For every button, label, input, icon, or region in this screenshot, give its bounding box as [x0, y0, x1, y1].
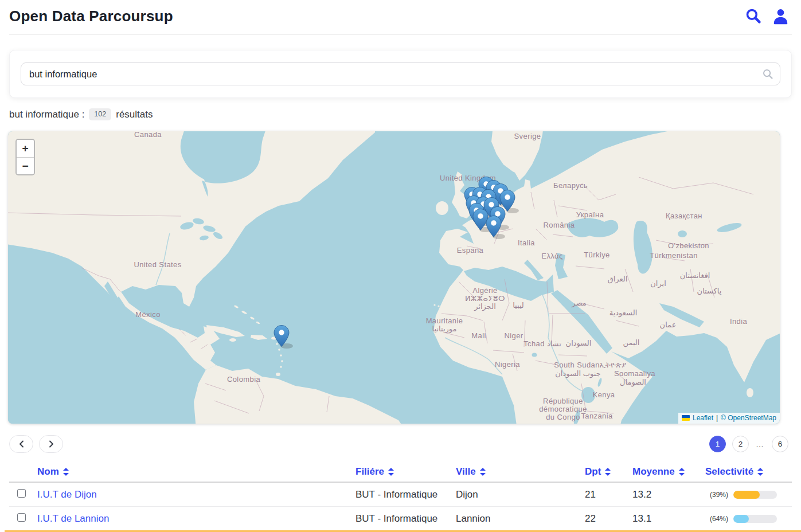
map-country-label: United States	[134, 260, 181, 269]
results-summary: but informatique : 102 résultats	[9, 108, 792, 120]
page-title: Open Data Parcoursup	[9, 7, 173, 25]
page-number-list: 12…6	[709, 436, 788, 452]
results-suffix: résultats	[116, 109, 153, 120]
map-attribution: Leaflet | © OpenStreetMap	[678, 413, 780, 424]
map-country-label: South Sudan	[554, 361, 600, 369]
table-row: I.U.T de LannionBUT - InformatiqueLannio…	[9, 507, 792, 531]
table-row: I.U.T de DijonBUT - InformatiqueDijon211…	[9, 483, 792, 507]
search-card	[9, 50, 792, 98]
map-country-label: ليبيا	[513, 301, 524, 310]
map-country-label: España	[457, 246, 484, 255]
map-country-label: ኢትዮጵያ	[600, 361, 627, 369]
header-divider	[9, 34, 792, 35]
app-header: Open Data Parcoursup	[0, 0, 801, 30]
map-country-label: démocratique	[539, 405, 587, 413]
dpt-cell: 22	[585, 513, 632, 525]
page-ellipsis: …	[755, 440, 765, 449]
map-country-label: موريتانيا	[432, 324, 457, 334]
map-country-label: الصومال	[620, 378, 646, 387]
map-country-label: O'zbekiston	[668, 241, 709, 250]
user-icon[interactable]	[772, 7, 790, 25]
map-country-label: Nigeria	[495, 360, 520, 369]
table-body: I.U.T de DijonBUT - InformatiqueDijon211…	[9, 483, 792, 531]
result-name-link[interactable]: I.U.T de Lannion	[37, 513, 109, 524]
filiere-cell: BUT - Informatique	[355, 489, 456, 500]
result-name-link[interactable]: I.U.T de Dijon	[37, 489, 97, 500]
dpt-cell: 21	[585, 489, 632, 500]
selectivity-bar-fill	[733, 515, 749, 523]
selectivity-percent: (39%)	[705, 491, 728, 499]
map-country-label: Canada	[134, 131, 162, 139]
column-header-ville[interactable]: Ville	[456, 466, 585, 478]
sort-icon	[605, 468, 611, 476]
page-number-button[interactable]: 1	[709, 436, 726, 452]
results-count-badge: 102	[89, 108, 111, 120]
selectivity-bar-fill	[733, 491, 760, 499]
map-country-label: du Congo	[546, 413, 580, 421]
map-canvas: CanadaSverigeUnited KingdomБеларусьУкраї…	[8, 131, 780, 424]
ukraine-flag-icon	[682, 415, 690, 421]
results-table: Nom Filiére Ville Dpt Moyenne Selectivit…	[9, 462, 792, 531]
moyenne-cell: 13.2	[632, 489, 705, 500]
map-country-label: République	[543, 397, 583, 405]
next-page-button[interactable]	[39, 435, 63, 453]
map-country-label: ⵍⵣⵣⴰⵢⴻⵔ	[465, 294, 505, 303]
map-country-label: مصر	[571, 299, 586, 308]
selectivity-percent: (64%)	[705, 515, 728, 523]
column-header-selectivite[interactable]: Selectivité	[705, 466, 792, 478]
map-country-label: Sverige	[514, 132, 541, 140]
map-country-label: جنوب السودان	[555, 369, 600, 378]
map-country-label: Mauritanie	[426, 316, 463, 325]
map-country-label: Tchad تشاد	[523, 339, 561, 348]
map-country-label: Türkmenistan	[650, 251, 698, 260]
leaflet-map[interactable]: CanadaSverigeUnited KingdomБеларусьУкраї…	[8, 131, 780, 424]
map-country-label: Soomaaliya	[614, 369, 655, 378]
map-country-label: Tanzania	[581, 412, 613, 420]
map-country-label: السعودية	[609, 308, 638, 318]
ville-cell: Dijon	[456, 489, 585, 500]
column-header-dpt[interactable]: Dpt	[585, 466, 632, 478]
selectivity-bar	[733, 491, 777, 499]
chevron-left-icon	[19, 440, 24, 448]
map-country-label: Colombia	[227, 375, 260, 384]
map-country-label: Algérie	[472, 286, 497, 295]
column-header-nom[interactable]: Nom	[37, 466, 355, 478]
openstreetmap-link[interactable]: © OpenStreetMap	[721, 414, 776, 422]
sort-icon	[679, 468, 685, 476]
map-country-label: Україна	[576, 210, 604, 219]
sort-icon	[388, 468, 394, 476]
leaflet-link[interactable]: Leaflet	[693, 414, 713, 422]
map-country-label: Қазақстан	[666, 212, 702, 220]
map-country-label: الجزائر	[474, 302, 496, 311]
map-country-label: السودان	[566, 339, 592, 348]
map-country-label: Беларусь	[553, 181, 588, 190]
row-checkbox[interactable]	[17, 489, 26, 498]
column-header-filiere[interactable]: Filiére	[355, 466, 456, 478]
sort-icon	[480, 468, 486, 476]
map-country-label: Niger	[504, 331, 523, 340]
map-country-label: Mali	[471, 331, 486, 340]
page-number-button[interactable]: 2	[732, 436, 749, 452]
zoom-out-button[interactable]: −	[17, 157, 34, 174]
prev-page-button[interactable]	[9, 435, 33, 453]
search-input[interactable]	[21, 62, 780, 85]
map-country-label: Kenya	[593, 390, 615, 399]
map-country-label: Ελλάς	[541, 252, 562, 260]
pagination: 12…6	[9, 435, 788, 453]
column-header-moyenne[interactable]: Moyenne	[632, 466, 705, 478]
map-country-label: پاکستان	[697, 287, 722, 295]
moyenne-cell: 13.1	[632, 513, 705, 525]
map-country-label: اليمن	[623, 338, 640, 347]
map-country-label: Türkiye	[584, 251, 609, 259]
map-country-label: România	[544, 221, 575, 229]
zoom-in-button[interactable]: +	[17, 140, 34, 157]
page-number-button[interactable]: 6	[772, 436, 788, 452]
search-icon[interactable]	[745, 7, 763, 25]
row-checkbox[interactable]	[17, 513, 26, 522]
map-country-label: العراق	[608, 275, 628, 284]
attribution-separator: |	[716, 414, 718, 422]
map-country-label: Italia	[518, 238, 535, 247]
map-country-label: México	[135, 310, 161, 319]
filiere-cell: BUT - Informatique	[355, 513, 456, 525]
sort-icon	[757, 468, 763, 476]
